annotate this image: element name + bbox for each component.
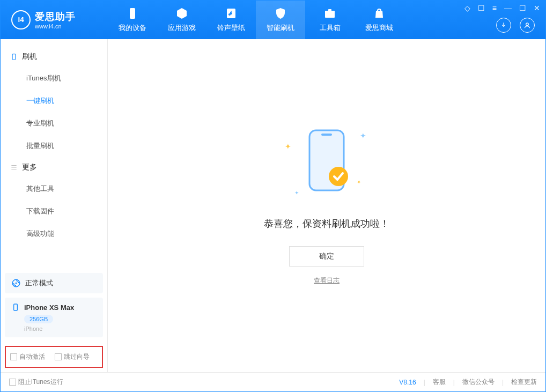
list-icon <box>10 164 18 171</box>
close-button[interactable]: ✕ <box>534 4 540 12</box>
nav-tab-label: 应用游戏 <box>168 23 196 33</box>
nav-tab-label: 我的设备 <box>119 23 146 33</box>
device-storage-badge: 256GB <box>24 315 53 323</box>
download-icon <box>500 21 507 29</box>
body: 刷机 iTunes刷机 一键刷机 专业刷机 批量刷机 更多 其他工具 下载固件 … <box>1 39 545 372</box>
footer: 阻止iTunes运行 V8.16 | 客服 | 微信公众号 | 检查更新 <box>1 372 545 391</box>
phone-success-icon <box>305 128 348 193</box>
checkbox-auto-activate[interactable]: 自动激活 <box>10 352 45 361</box>
sidebar-item-other-tools[interactable]: 其他工具 <box>1 177 107 200</box>
nav-tab-store[interactable]: 爱思商城 <box>355 1 404 39</box>
checkbox-icon <box>55 353 62 360</box>
svg-rect-3 <box>325 11 335 18</box>
sidebar: 刷机 iTunes刷机 一键刷机 专业刷机 批量刷机 更多 其他工具 下载固件 … <box>1 39 108 372</box>
svg-point-8 <box>16 283 17 284</box>
checkbox-skip-guide[interactable]: 跳过向导 <box>55 352 90 361</box>
footer-wechat-link[interactable]: 微信公众号 <box>462 378 495 387</box>
nav-tab-label: 铃声壁纸 <box>217 23 245 33</box>
sidebar-item-advanced[interactable]: 高级功能 <box>1 223 107 245</box>
header-right <box>496 18 535 33</box>
app-window: i4 爱思助手 www.i4.cn 我的设备 应用游戏 铃声壁纸 智能刷 <box>0 0 546 392</box>
checkbox-icon <box>10 353 17 360</box>
phone-small-icon <box>11 303 20 312</box>
window-controls: ◇ ☐ ≡ — ☐ ✕ <box>464 4 540 12</box>
device-mode-label: 正常模式 <box>25 278 53 288</box>
svg-rect-11 <box>321 134 332 136</box>
svg-rect-9 <box>14 304 18 310</box>
view-log-link[interactable]: 查看日志 <box>314 276 340 285</box>
sidebar-item-onekey-flash[interactable]: 一键刷机 <box>1 90 107 112</box>
checkbox-block-itunes[interactable]: 阻止iTunes运行 <box>9 378 63 387</box>
music-icon <box>225 7 238 20</box>
nav-tab-label: 智能刷机 <box>267 23 294 33</box>
sidebar-item-pro-flash[interactable]: 专业刷机 <box>1 112 107 135</box>
device-mode-block[interactable]: 正常模式 <box>5 273 103 293</box>
app-title: 爱思助手 <box>35 10 76 23</box>
shield-icon <box>274 7 287 20</box>
device-name: iPhone XS Max <box>24 304 74 312</box>
nav-tab-label: 工具箱 <box>320 23 341 33</box>
svg-rect-6 <box>12 54 16 60</box>
shirt-icon[interactable]: ◇ <box>464 4 470 12</box>
svg-text:i4: i4 <box>18 16 24 24</box>
nav-tabs: 我的设备 应用游戏 铃声壁纸 智能刷机 工具箱 爱思商城 <box>108 1 404 39</box>
app-logo-icon: i4 <box>11 10 31 29</box>
svg-rect-4 <box>328 9 331 11</box>
header: i4 爱思助手 www.i4.cn 我的设备 应用游戏 铃声壁纸 智能刷 <box>1 1 545 39</box>
confirm-button[interactable]: 确定 <box>289 246 364 267</box>
app-subtitle: www.i4.cn <box>35 23 76 29</box>
sidebar-item-batch-flash[interactable]: 批量刷机 <box>1 135 107 157</box>
version-label: V8.16 <box>399 379 416 386</box>
sidebar-group-more: 更多 <box>1 157 107 177</box>
footer-update-link[interactable]: 检查更新 <box>511 378 537 387</box>
briefcase-icon <box>323 7 336 20</box>
nav-tab-ringtone[interactable]: 铃声壁纸 <box>206 1 256 39</box>
cube-icon <box>175 7 188 20</box>
user-button[interactable] <box>520 18 535 33</box>
nav-tab-flash[interactable]: 智能刷机 <box>256 1 305 39</box>
feedback-icon[interactable]: ☐ <box>478 4 485 12</box>
svg-rect-1 <box>130 8 135 19</box>
svg-point-5 <box>526 23 529 26</box>
sidebar-group-flash: 刷机 <box>1 47 107 67</box>
device-icon <box>10 53 18 61</box>
minimize-button[interactable]: — <box>504 4 512 12</box>
logo-area: i4 爱思助手 www.i4.cn <box>1 10 108 29</box>
nav-tab-label: 爱思商城 <box>365 23 393 33</box>
download-button[interactable] <box>496 18 511 33</box>
nav-tab-apps[interactable]: 应用游戏 <box>157 1 206 39</box>
footer-support-link[interactable]: 客服 <box>433 378 446 387</box>
nav-tab-device[interactable]: 我的设备 <box>108 1 157 39</box>
bag-icon <box>373 7 386 20</box>
success-illustration: ✦ ✦ ✦ ✦ <box>289 126 364 201</box>
maximize-button[interactable]: ☐ <box>519 4 526 12</box>
user-icon <box>523 21 531 29</box>
sidebar-item-firmware[interactable]: 下载固件 <box>1 200 107 223</box>
options-row: 自动激活 跳过向导 <box>5 346 103 368</box>
menu-icon[interactable]: ≡ <box>492 4 497 12</box>
success-message: 恭喜您，保资料刷机成功啦！ <box>264 217 389 230</box>
device-card[interactable]: iPhone XS Max 256GB iPhone <box>5 298 103 337</box>
main-content: ✦ ✦ ✦ ✦ 恭喜您，保资料刷机成功啦！ 确定 查看日志 <box>108 39 545 372</box>
svg-point-12 <box>329 167 348 186</box>
device-type: iPhone <box>24 326 97 332</box>
phone-icon <box>126 7 139 20</box>
sidebar-item-itunes-flash[interactable]: iTunes刷机 <box>1 67 107 90</box>
nav-tab-toolbox[interactable]: 工具箱 <box>305 1 355 39</box>
checkbox-icon <box>9 379 16 386</box>
refresh-icon <box>11 278 21 288</box>
